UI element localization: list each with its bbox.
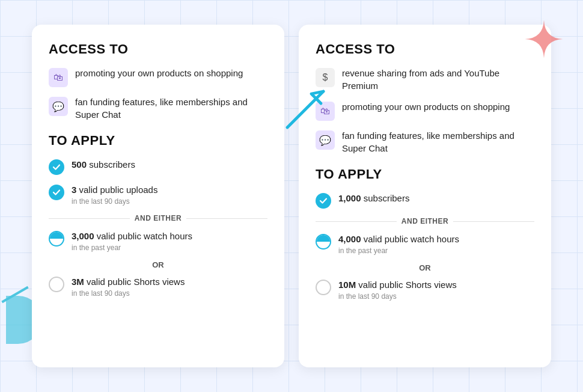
chat-icon: 💬 (49, 97, 68, 116)
list-item: 1,000 subscribers (316, 192, 534, 209)
requirement-text: 500 subscribers (72, 158, 135, 171)
divider-line (453, 221, 534, 222)
card1-apply-title: TO APPLY (49, 133, 267, 149)
list-item: 500 subscribers (49, 158, 267, 175)
feature-text: fan funding features, like memberships a… (75, 96, 267, 121)
and-either-divider: AND EITHER (49, 214, 267, 222)
card1-or-list: 3M valid public Shorts views in the last… (49, 275, 267, 298)
check-icon (49, 185, 64, 200)
list-item: $ revenue sharing from ads and YouTube P… (316, 67, 534, 92)
empty-circle-icon (316, 280, 331, 295)
list-item: 🛍 promoting your own products on shoppin… (49, 67, 267, 87)
card-2: ACCESS TO $ revenue sharing from ads and… (299, 25, 551, 367)
feature-text: promoting your own products on shopping (75, 67, 243, 79)
list-item: 💬 fan funding features, like memberships… (49, 96, 267, 121)
svg-line-0 (287, 91, 323, 127)
card2-feature-list: $ revenue sharing from ads and YouTube P… (316, 67, 534, 155)
divider-line (316, 221, 397, 222)
chat-icon: 💬 (316, 130, 335, 150)
feature-text: revenue sharing from ads and YouTube Pre… (342, 67, 534, 92)
check-icon (49, 159, 64, 175)
card1-apply-list: 500 subscribers 3 valid public uploads i… (49, 158, 267, 206)
or-divider: OR (316, 263, 534, 272)
list-item: 💬 fan funding features, like memberships… (316, 129, 534, 155)
requirement-text: 4,000 valid public watch hours in the pa… (338, 233, 459, 255)
and-either-text: AND EITHER (135, 214, 182, 222)
decorative-arrow (282, 84, 331, 132)
check-icon (316, 193, 331, 209)
card2-apply-list: 1,000 subscribers (316, 192, 534, 209)
list-item: 3 valid public uploads in the last 90 da… (49, 183, 267, 206)
feature-text: fan funding features, like memberships a… (342, 129, 534, 155)
divider-line (49, 218, 130, 219)
card2-access-title: ACCESS TO (316, 41, 534, 57)
requirement-text: 3 valid public uploads in the last 90 da… (72, 183, 157, 206)
card1-either-list: 3,000 valid public watch hours in the pa… (49, 230, 267, 252)
divider-line (186, 218, 267, 219)
shopping-bag-icon: 🛍 (49, 68, 68, 87)
and-either-divider: AND EITHER (316, 217, 534, 225)
requirement-text: 3,000 valid public watch hours in the pa… (72, 230, 192, 252)
and-either-text: AND EITHER (401, 217, 448, 225)
card1-access-title: ACCESS TO (49, 41, 267, 57)
requirement-text: 1,000 subscribers (338, 192, 409, 204)
card-1: ACCESS TO 🛍 promoting your own products … (32, 25, 284, 367)
card2-apply-title: TO APPLY (316, 167, 534, 182)
requirement-text: 3M valid public Shorts views in the last… (72, 275, 185, 298)
list-item: 4,000 valid public watch hours in the pa… (316, 233, 534, 255)
list-item: 🛍 promoting your own products on shoppin… (316, 100, 534, 121)
card2-either-list: 4,000 valid public watch hours in the pa… (316, 233, 534, 255)
empty-circle-icon (49, 277, 64, 292)
page-container: ACCESS TO 🛍 promoting your own products … (0, 0, 583, 392)
requirement-text: 10M valid public Shorts views in the las… (338, 278, 457, 301)
or-divider: OR (49, 260, 267, 269)
list-item: 10M valid public Shorts views in the las… (316, 278, 534, 301)
list-item: 3M valid public Shorts views in the last… (49, 275, 267, 298)
decorative-star (523, 18, 565, 60)
card2-or-list: 10M valid public Shorts views in the las… (316, 278, 534, 301)
feature-text: promoting your own products on shopping (342, 100, 510, 113)
partial-circle-icon (316, 234, 331, 250)
list-item: 3,000 valid public watch hours in the pa… (49, 230, 267, 252)
card1-feature-list: 🛍 promoting your own products on shoppin… (49, 67, 267, 121)
partial-circle-icon (49, 231, 64, 247)
